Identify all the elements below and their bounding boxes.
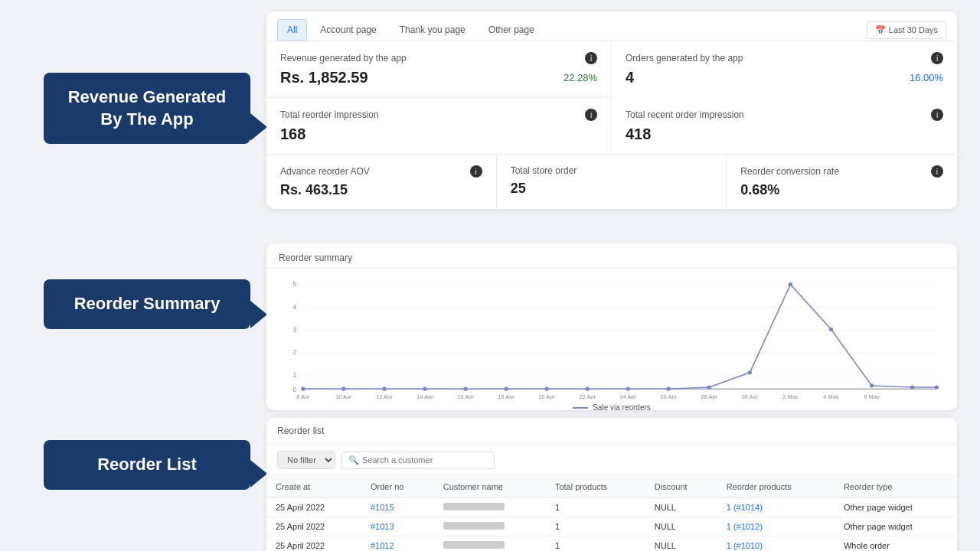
revenue-info-icon[interactable]: i	[585, 52, 597, 64]
store-order-value: 25	[511, 181, 526, 196]
recent-impression-info-icon[interactable]: i	[931, 109, 943, 121]
tabs-bar: All Account page Thank you page Other pa…	[266, 11, 957, 41]
cell-reorder[interactable]: 1 (#1014)	[717, 498, 835, 517]
stat-store-order: Total store order 25	[497, 155, 727, 209]
recent-impression-value: 418	[626, 126, 651, 143]
list-title: Reorder list	[266, 418, 957, 445]
stats-grid: Revenue generated by the app i Rs. 1,852…	[266, 41, 957, 154]
legend-line	[573, 407, 588, 409]
filter-select[interactable]: No filter	[277, 451, 335, 469]
svg-point-17	[504, 387, 508, 391]
chart-area: 5 4 3 2 1 0	[266, 269, 957, 410]
date-range-button[interactable]: 📅 Last 30 Days	[867, 21, 946, 39]
cell-discount: NULL	[645, 498, 717, 517]
svg-text:2 May: 2 May	[782, 393, 798, 399]
table-row: 25 April 2022 #1015 ████████ 1 NULL 1 (#…	[266, 498, 957, 517]
svg-text:20 Apr: 20 Apr	[538, 393, 555, 399]
svg-text:6 May: 6 May	[864, 393, 879, 399]
svg-text:5: 5	[293, 280, 297, 288]
cell-discount: NULL	[645, 536, 717, 552]
stats-panel: All Account page Thank you page Other pa…	[266, 11, 957, 209]
revenue-arrow	[250, 113, 267, 141]
cell-products: 1	[546, 517, 645, 536]
cell-order[interactable]: #1012	[361, 536, 434, 552]
cell-date: 25 April 2022	[266, 536, 361, 552]
revenue-pct: 22.28%	[564, 72, 597, 83]
svg-text:1: 1	[293, 371, 297, 379]
svg-text:28 Apr: 28 Apr	[701, 393, 718, 399]
stat-conversion: Reorder conversion rate i 0.68%	[727, 155, 957, 209]
svg-point-27	[910, 385, 914, 389]
svg-text:4: 4	[293, 303, 297, 311]
cell-date: 25 April 2022	[266, 498, 361, 517]
conversion-value: 0.68%	[740, 182, 779, 197]
revenue-value: Rs. 1,852.59	[280, 69, 368, 86]
chart-svg: 5 4 3 2 1 0	[279, 276, 945, 399]
svg-point-24	[789, 282, 792, 286]
reorder-list-label-box: Reorder List	[44, 440, 250, 490]
col-total-products: Total products	[546, 476, 645, 498]
cell-customer: ████████	[434, 536, 546, 552]
table-header-row: Create at Order no Customer name Total p…	[266, 476, 957, 498]
cell-customer: ████████	[434, 517, 546, 536]
svg-point-19	[586, 387, 590, 391]
stat-recent-impression: Total recent order impression i 418	[612, 98, 957, 154]
svg-text:24 Apr: 24 Apr	[619, 393, 636, 399]
chart-title: Reorder summary	[266, 243, 957, 269]
impression-info-icon[interactable]: i	[585, 109, 597, 121]
reorder-summary-arrow	[250, 301, 267, 328]
tab-other[interactable]: Other page	[479, 19, 544, 41]
cell-customer: ████████	[434, 498, 546, 517]
svg-point-16	[463, 387, 467, 391]
search-input[interactable]	[362, 455, 462, 465]
cell-order[interactable]: #1015	[361, 498, 434, 517]
stats-grid-3: Advance reorder AOV i Rs. 463.15 Total s…	[266, 154, 957, 209]
svg-text:14 Apr: 14 Apr	[416, 393, 433, 399]
tabs-left: All Account page Thank you page Other pa…	[277, 19, 544, 41]
conversion-info-icon[interactable]: i	[931, 165, 943, 178]
stat-aov: Advance reorder AOV i Rs. 463.15	[266, 155, 497, 209]
revenue-label-box: Revenue Generated By The App	[44, 73, 250, 144]
svg-text:30 Apr: 30 Apr	[742, 393, 759, 399]
svg-point-25	[829, 328, 833, 331]
svg-point-20	[626, 387, 630, 391]
table-row: 25 April 2022 #1013 ████████ 1 NULL 1 (#…	[266, 517, 957, 536]
list-controls: No filter 🔍	[266, 445, 957, 476]
cell-date: 25 April 2022	[266, 517, 361, 536]
col-discount: Discount	[645, 476, 717, 498]
chart-legend: Sale via reorders	[279, 403, 945, 412]
svg-text:2: 2	[293, 348, 297, 356]
tab-thankyou[interactable]: Thank you page	[390, 19, 475, 41]
svg-text:8 Apr: 8 Apr	[296, 393, 310, 399]
svg-text:3: 3	[293, 326, 297, 334]
chart-panel: Reorder summary 5 4 3 2 1 0	[266, 243, 957, 410]
reorder-list-arrow	[250, 460, 267, 487]
stat-orders: Orders generated by the app i 4 16.00%	[612, 41, 957, 98]
reorder-summary-label-box: Reorder Summary	[44, 279, 250, 329]
svg-point-21	[667, 387, 671, 391]
svg-text:0: 0	[293, 386, 297, 393]
col-create-at: Create at	[266, 476, 361, 498]
orders-pct: 16.00%	[910, 72, 943, 83]
cell-type: Whole order	[835, 536, 957, 552]
cell-reorder[interactable]: 1 (#1010)	[717, 536, 835, 552]
calendar-icon: 📅	[875, 25, 886, 35]
svg-point-23	[748, 370, 752, 374]
cell-order[interactable]: #1013	[361, 517, 434, 536]
svg-point-14	[382, 387, 386, 391]
cell-type: Other page widget	[835, 498, 957, 517]
svg-text:22 Apr: 22 Apr	[579, 393, 596, 399]
cell-type: Other page widget	[835, 517, 957, 536]
list-panel: Reorder list No filter 🔍 Create at Order…	[266, 418, 957, 551]
tab-all[interactable]: All	[277, 19, 307, 41]
stat-revenue: Revenue generated by the app i Rs. 1,852…	[266, 41, 612, 98]
svg-point-13	[341, 387, 345, 391]
table-row: 25 April 2022 #1012 ████████ 1 NULL 1 (#…	[266, 536, 957, 552]
cell-reorder[interactable]: 1 (#1012)	[717, 517, 835, 536]
aov-info-icon[interactable]: i	[470, 165, 482, 178]
tab-account[interactable]: Account page	[310, 19, 386, 41]
orders-info-icon[interactable]: i	[931, 52, 943, 64]
cell-discount: NULL	[645, 517, 717, 536]
search-icon: 🔍	[348, 455, 359, 465]
svg-text:18 Apr: 18 Apr	[498, 393, 514, 399]
